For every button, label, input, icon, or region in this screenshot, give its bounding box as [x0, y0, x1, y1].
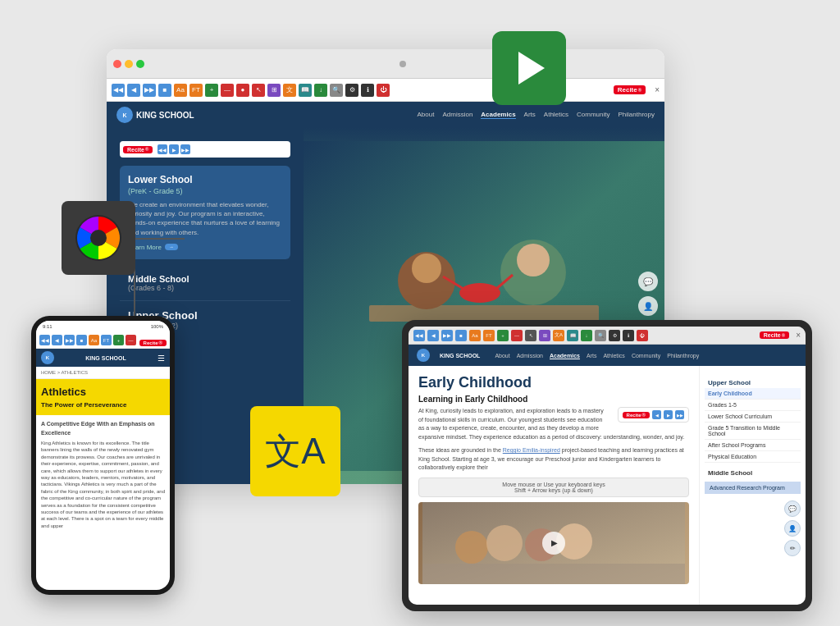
toolbar-search-btn[interactable]: 🔍 — [330, 84, 343, 97]
tab-nav-admission[interactable]: Admission — [517, 353, 543, 359]
ph-stop[interactable]: ■ — [76, 335, 87, 345]
ph-minus[interactable]: — — [126, 335, 136, 345]
toolbar-circle-btn[interactable]: ● — [236, 84, 249, 97]
tab-power[interactable]: ⏻ — [637, 330, 648, 341]
svg-rect-1 — [369, 305, 599, 322]
tab-nav-about[interactable]: About — [495, 353, 509, 359]
reggio-link[interactable]: Reggio Emilia-inspired — [503, 447, 560, 453]
tab-search[interactable]: 🔍 — [595, 330, 606, 341]
toolbar-cursor-btn[interactable]: ↖ — [252, 84, 265, 97]
tab-settings[interactable]: ⚙ — [609, 330, 620, 341]
toolbar-info-btn[interactable]: ℹ — [361, 84, 374, 97]
toolbar-stop-btn[interactable]: ■ — [158, 84, 171, 97]
middle-school-item[interactable]: Middle School (Grades 6 - 8) — [120, 266, 290, 301]
tab-translate[interactable]: 文A — [553, 330, 564, 341]
tablet-advanced-research[interactable]: Advanced Research Program — [705, 482, 801, 494]
tab-rewind[interactable]: ◀◀ — [413, 330, 425, 341]
toolbar-power-btn[interactable]: ⏻ — [377, 84, 390, 97]
tablet-sidebar-grade5-transition[interactable]: Grade 5 Transition to Middle School — [705, 423, 801, 440]
tablet-sidebar-grades15[interactable]: Grades 1-5 — [705, 400, 801, 411]
sidebar-chat-icon[interactable]: 💬 — [638, 272, 658, 291]
tab-info[interactable]: ℹ — [623, 330, 634, 341]
nav-link-arts[interactable]: Arts — [524, 111, 536, 119]
browser-minimize-dot — [125, 60, 133, 68]
mini-rewind[interactable]: ◀◀ — [158, 144, 167, 154]
tab-download[interactable]: ↓ — [581, 330, 592, 341]
ph-rewind[interactable]: ◀◀ — [39, 335, 50, 345]
toolbar-play-btn[interactable]: ▶▶ — [143, 84, 156, 97]
ph-ft[interactable]: FT — [101, 335, 112, 345]
toolbar-minus-btn[interactable]: — — [221, 84, 234, 97]
play-button[interactable] — [492, 31, 566, 105]
colorwheel-tool[interactable] — [62, 201, 135, 275]
tablet-screen: ◀◀ ◀ ▶▶ ■ Aa FT + — ↖ ⊞ 文A 📖 ↓ 🔍 ⚙ ℹ ⏻ R… — [409, 327, 806, 605]
toolbar-font-btn[interactable]: Aa — [174, 84, 187, 97]
toolbar-back-btn[interactable]: ◀ — [127, 84, 140, 97]
nav-link-philanthropy[interactable]: Philanthropy — [619, 111, 655, 119]
tab-nav-community[interactable]: Community — [632, 353, 660, 359]
tab-font[interactable]: Aa — [469, 330, 481, 341]
nav-link-admission[interactable]: Admission — [442, 111, 472, 119]
tablet-sidebar-physical-ed[interactable]: Physical Education — [705, 451, 801, 463]
tab-recite-mini: Recite® ◀ ▶ ▶▶ — [618, 407, 689, 423]
recite-close-btn[interactable]: × — [655, 85, 660, 94]
mini-ff[interactable]: ▶▶ — [180, 144, 190, 154]
tab-nav-athletics[interactable]: Athletics — [603, 353, 624, 359]
phone-hamburger-btn[interactable]: ☰ — [158, 354, 165, 363]
tablet-device: ◀◀ ◀ ▶▶ ■ Aa FT + — ↖ ⊞ 文A 📖 ↓ 🔍 ⚙ ℹ ⏻ R… — [402, 320, 812, 611]
tablet-sidebar-afterschool[interactable]: After School Programs — [705, 440, 801, 451]
translate-tool[interactable]: 文A — [250, 406, 340, 496]
tab-nav-academics[interactable]: Academics — [550, 353, 580, 359]
tab-minus[interactable]: — — [511, 330, 523, 341]
tab-nav-arts[interactable]: Arts — [587, 353, 596, 359]
tab-close-btn[interactable]: × — [796, 331, 801, 340]
toolbar-book-btn[interactable]: 📖 — [299, 84, 312, 97]
nav-link-about[interactable]: About — [418, 111, 435, 119]
tab-cursor[interactable]: ↖ — [525, 330, 536, 341]
tablet-play-btn[interactable]: ▶ — [542, 532, 565, 555]
nav-link-athletics[interactable]: Athletics — [544, 111, 568, 119]
tab-table[interactable]: ⊞ — [539, 330, 550, 341]
tab-book[interactable]: 📖 — [567, 330, 578, 341]
tablet-hero-image: ▶ — [418, 502, 689, 584]
ph-ff[interactable]: ▶▶ — [64, 335, 75, 345]
toolbar-translate-btn[interactable]: 文 — [283, 84, 296, 97]
tab-sidebar-icon1[interactable]: 💬 — [784, 500, 801, 517]
tab-plus[interactable]: + — [497, 330, 509, 341]
tab-mini-back[interactable]: ◀ — [652, 410, 661, 419]
tab-mini-play[interactable]: ▶ — [664, 410, 673, 419]
lower-school-card[interactable]: Lower School (PreK - Grade 5) We create … — [120, 166, 290, 259]
tab-sidebar-icon3[interactable]: ✏ — [784, 540, 801, 556]
tab-ft[interactable]: FT — [483, 330, 495, 341]
tab-sidebar-icon2[interactable]: 👤 — [784, 520, 801, 537]
toolbar-ft-btn[interactable]: FT — [189, 84, 203, 97]
tab-stop[interactable]: ■ — [455, 330, 467, 341]
keyboard-hint: Move mouse or Use your keyboard keys Shi… — [418, 477, 689, 497]
toolbar-plus-btn[interactable]: + — [205, 84, 218, 97]
tablet-content-area: Early Childhood Learning in Early Childh… — [409, 366, 806, 605]
tab-nav-philanthropy[interactable]: Philanthropy — [667, 353, 699, 359]
tab-back[interactable]: ◀ — [427, 330, 439, 341]
learn-more-btn[interactable]: Learn More → — [128, 244, 282, 251]
nav-link-community[interactable]: Community — [577, 111, 609, 119]
toolbar-download-btn[interactable]: ↓ — [314, 84, 327, 97]
tablet-sidebar-early-childhood[interactable]: Early Childhood — [705, 388, 801, 400]
tab-mini-ff[interactable]: ▶▶ — [675, 410, 684, 419]
browser-maximize-dot — [136, 60, 144, 68]
phone-device: 9:11 100% ◀◀ ◀ ▶▶ ■ Aa FT + — Recite® K … — [31, 316, 175, 595]
tab-ff[interactable]: ▶▶ — [441, 330, 453, 341]
mini-play[interactable]: ▶ — [169, 144, 179, 154]
toolbar-table-btn[interactable]: ⊞ — [267, 84, 281, 97]
ph-back[interactable]: ◀ — [52, 335, 62, 345]
tablet-page-title: Early Childhood — [418, 374, 689, 391]
phone-time: 9:11 — [43, 324, 52, 329]
sidebar-person-icon[interactable]: 👤 — [638, 296, 658, 316]
toolbar-settings-btn[interactable]: ⚙ — [345, 84, 358, 97]
nav-link-academics[interactable]: Academics — [481, 111, 515, 119]
toolbar-rewind-btn[interactable]: ◀◀ — [112, 84, 125, 97]
king-nav: K KING SCHOOL About Admission Academics … — [107, 102, 664, 128]
ph-font[interactable]: Aa — [89, 335, 99, 345]
ph-plus[interactable]: + — [113, 335, 124, 345]
tablet-sidebar-lower-curriculum[interactable]: Lower School Curriculum — [705, 411, 801, 423]
play-icon — [518, 52, 545, 85]
